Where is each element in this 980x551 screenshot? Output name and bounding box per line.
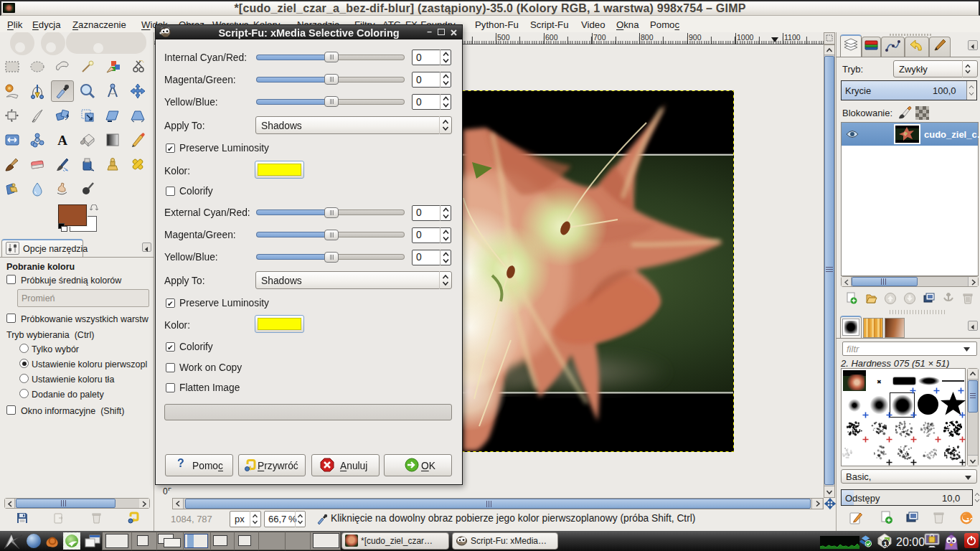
svg-text:A: A: [57, 133, 67, 148]
svg-text:1: 1: [883, 540, 887, 547]
